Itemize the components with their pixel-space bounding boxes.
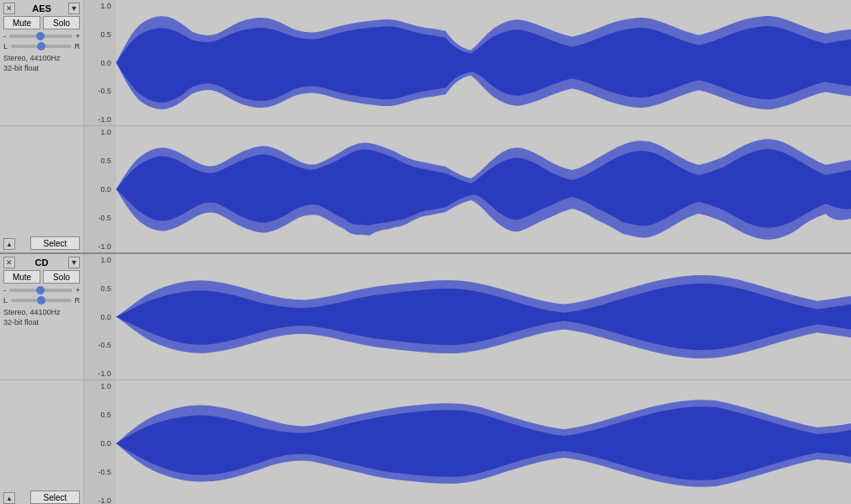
cd-y-label-half2: 0.5 [86,411,111,419]
y-label-half2: 0.5 [86,157,111,165]
track-cd-pan-slider[interactable] [11,299,71,302]
y-label-bottom2: -1.0 [86,242,111,251]
track-cd-container: ✕ CD ▼ Mute Solo - + L R [0,254,851,504]
track-aes-container: ✕ AES ▼ Mute Solo - + L R [0,0,851,254]
cd-y-label-bottom: -1.0 [86,369,111,378]
track-aes-solo-button[interactable]: Solo [43,16,80,29]
track-cd-channel1-y-axis: 1.0 0.5 0.0 -0.5 -1.0 [84,254,116,379]
track-cd-name: CD [15,257,68,268]
track-aes-name: AES [15,3,68,13]
track-aes-controls: ✕ AES ▼ Mute Solo - + L R [0,0,84,125]
gain-plus-label: + [76,32,80,40]
track-cd-controls: ✕ CD ▼ Mute Solo - + L R [0,254,84,379]
track-aes-channel1-waveform[interactable]: 1.0 0.5 0.0 -0.5 -1.0 [84,0,851,125]
track-cd-channel2-y-axis: 1.0 0.5 0.0 -0.5 -1.0 [84,380,116,504]
track-aes-gain-thumb[interactable] [36,32,45,40]
pan-l-label: L [3,42,8,50]
track-aes-gain-slider[interactable] [9,34,72,38]
track-aes-close-button[interactable]: ✕ [3,3,15,14]
y-label-zero: 0.0 [86,59,111,67]
cd-y-label-half: 0.5 [86,284,111,293]
track-aes-channel2-row: ▲ Select 1.0 0.5 0.0 -0.5 -1.0 [0,126,851,252]
track-aes-select-button[interactable]: Select [30,236,80,250]
track-cd-ch1-svg [116,254,851,379]
track-cd-gain-thumb[interactable] [36,286,45,294]
track-aes-ch2-svg [116,126,851,252]
track-aes-channel2-waveform-main [116,126,851,252]
cd-y-label-neg-half2: -0.5 [86,468,111,476]
cd-y-label-top2: 1.0 [86,382,111,390]
track-cd-channel2-waveform[interactable]: 1.0 0.5 0.0 -0.5 -1.0 [84,380,851,504]
track-cd-channel1-row: ✕ CD ▼ Mute Solo - + L R [0,254,851,380]
track-aes-pan-slider[interactable] [11,45,71,48]
cd-y-label-neg-half: -0.5 [86,341,111,349]
track-aes-channel1-waveform-main [116,0,851,125]
pan-r-label: R [75,42,81,50]
track-aes-info: Stereo, 44100Hz 32-bit float [3,54,80,73]
track-cd-channel1-waveform[interactable]: 1.0 0.5 0.0 -0.5 -1.0 [84,254,851,379]
cd-y-label-zero: 0.0 [86,313,111,321]
track-cd-gain-slider[interactable] [9,289,72,292]
track-cd-arrow-button[interactable]: ▲ [3,492,15,504]
cd-y-label-top: 1.0 [86,256,111,264]
y-label-zero2: 0.0 [86,185,111,194]
track-aes-pan-thumb[interactable] [37,42,45,50]
track-cd-channel2-row: ▲ Select 1.0 0.5 0.0 -0.5 -1.0 [0,380,851,504]
y-label-neg-half: -0.5 [86,87,111,95]
track-aes-header: ✕ AES ▼ [3,3,80,14]
gain-minus-label: - [3,32,6,40]
track-aes-channel2-waveform[interactable]: 1.0 0.5 0.0 -0.5 -1.0 [84,126,851,252]
track-cd-channel2-waveform-main [116,380,851,504]
track-cd-bottom-controls: ▲ Select [0,380,84,504]
y-label-half: 0.5 [86,30,111,39]
y-label-top: 1.0 [86,2,111,10]
track-aes-mute-button[interactable]: Mute [3,16,40,29]
track-cd-header: ✕ CD ▼ [3,257,80,268]
track-cd-mute-button[interactable]: Mute [3,270,40,284]
track-cd-expand-button[interactable]: ▼ [68,257,80,268]
track-cd-pan-thumb[interactable] [37,296,45,305]
track-aes-mute-solo: Mute Solo [3,16,80,29]
cd-gain-plus-label: + [76,286,80,294]
cd-y-label-zero2: 0.0 [86,439,111,448]
track-aes-channel2-y-axis: 1.0 0.5 0.0 -0.5 -1.0 [84,126,116,252]
track-cd-solo-button[interactable]: Solo [43,270,80,284]
track-aes-pan-row: L R [3,42,80,50]
track-aes-gain-row: - + [3,32,80,40]
track-aes-ch1-svg [116,0,851,125]
track-aes-bottom-controls: ▲ Select [0,126,84,252]
cd-y-label-bottom2: -1.0 [86,496,111,504]
cd-pan-r-label: R [75,296,81,305]
track-cd-gain-row: - + [3,286,80,294]
track-aes-arrow-button[interactable]: ▲ [3,238,15,250]
y-label-top2: 1.0 [86,128,111,136]
track-cd-channel1-waveform-main [116,254,851,379]
track-cd-ch2-svg [116,380,851,504]
track-cd-info: Stereo, 44100Hz 32-bit float [3,308,80,327]
track-aes-channel1-y-axis: 1.0 0.5 0.0 -0.5 -1.0 [84,0,116,125]
track-aes-expand-button[interactable]: ▼ [68,3,80,14]
cd-gain-minus-label: - [3,286,6,294]
track-cd-select-button[interactable]: Select [30,491,80,504]
cd-pan-l-label: L [3,296,8,305]
track-cd-close-button[interactable]: ✕ [3,257,15,268]
track-cd-pan-row: L R [3,296,80,305]
track-cd-mute-solo: Mute Solo [3,270,80,284]
y-label-neg-half2: -0.5 [86,214,111,222]
track-aes-channel1-row: ✕ AES ▼ Mute Solo - + L R [0,0,851,126]
y-label-bottom: -1.0 [86,115,111,124]
